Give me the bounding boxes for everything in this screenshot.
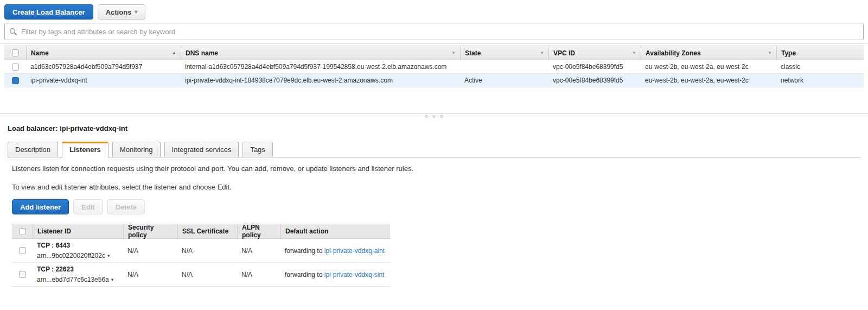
column-header-state[interactable]: State ▼ <box>460 46 548 60</box>
listener-alpn-policy: N/A <box>237 247 280 255</box>
default-action-prefix: forwarding to <box>285 271 322 279</box>
lb-type: network <box>776 77 864 84</box>
listener-table-header: Listener ID Security policy SSL Certific… <box>12 224 390 239</box>
listener-alpn-policy: N/A <box>237 271 280 279</box>
detail-panel: Load balancer: ipi-private-vddxq-int Des… <box>0 119 868 287</box>
arn-dropdown-icon[interactable]: ▾ <box>111 277 114 282</box>
load-balancer-table: Name ▲ DNS name ▼ State ▼ VPC ID ▼ Avail… <box>4 46 864 87</box>
detail-heading: Load balancer: ipi-private-vddxq-int <box>8 124 860 132</box>
table-row[interactable]: a1d63c057928a4d4ebf509a794d5f937 interna… <box>4 60 864 74</box>
lb-dns-name: internal-a1d63c057928a4d4ebf509a794d5f93… <box>181 63 460 71</box>
header-checkbox-cell <box>4 49 26 56</box>
lb-state: Active <box>460 77 548 84</box>
listener-row[interactable]: TCP : 22623 arn...ebd7d77c6c13e56a ▾ N/A… <box>12 263 390 287</box>
drag-dot-icon <box>425 115 428 118</box>
tab-description[interactable]: Description <box>8 142 58 157</box>
default-action-prefix: forwarding to <box>285 247 322 255</box>
listener-protocol-port: TCP : 6443 <box>37 242 119 249</box>
column-header-security-policy: Security policy <box>123 224 177 238</box>
listener-select-checkbox[interactable] <box>19 271 26 278</box>
tab-tags[interactable]: Tags <box>242 142 272 157</box>
listeners-description: Listeners listen for connection requests… <box>8 165 860 173</box>
target-group-link[interactable]: ipi-private-vddxq-sint <box>324 271 385 279</box>
listener-row[interactable]: TCP : 6443 arn...9bc0220020ff202c ▾ N/A … <box>12 239 390 263</box>
column-header-listener-id: Listener ID <box>33 224 123 238</box>
column-header-dns-name[interactable]: DNS name ▼ <box>181 46 460 60</box>
toolbar: Create Load Balancer Actions ▾ <box>0 0 868 23</box>
target-group-link[interactable]: ipi-private-vddxq-aint <box>324 247 385 255</box>
listener-security-policy: N/A <box>123 247 177 255</box>
panel-divider <box>0 113 868 119</box>
header-checkbox-cell <box>12 228 33 235</box>
lb-name: ipi-private-vddxq-int <box>26 77 181 84</box>
column-filter-icon[interactable]: ▼ <box>768 50 772 55</box>
create-load-balancer-button[interactable]: Create Load Balancer <box>4 4 93 20</box>
column-filter-icon[interactable]: ▼ <box>540 50 544 55</box>
listener-table: Listener ID Security policy SSL Certific… <box>12 224 390 287</box>
tab-bar: Description Listeners Monitoring Integra… <box>8 142 860 157</box>
column-header-ssl-certificate: SSL Certificate <box>177 224 237 238</box>
tab-listeners[interactable]: Listeners <box>62 142 108 157</box>
column-filter-icon[interactable]: ▼ <box>451 50 456 55</box>
select-all-checkbox[interactable] <box>12 49 19 56</box>
column-header-alpn-policy: ALPN policy <box>237 224 280 238</box>
caret-down-icon: ▾ <box>135 9 137 15</box>
lb-type: classic <box>776 63 864 71</box>
filter-bar <box>4 23 864 40</box>
listener-arn: arn...ebd7d77c6c13e56a <box>37 276 109 283</box>
table-row-selected[interactable]: ipi-private-vddxq-int ipi-private-vddxq-… <box>4 74 864 87</box>
lb-dns-name: ipi-private-vddxq-int-184938ce7079e9dc.e… <box>181 77 460 84</box>
row-select-checkbox[interactable] <box>12 77 19 84</box>
lb-vpc-id: vpc-00e5f84be68399fd5 <box>548 63 641 71</box>
tab-integrated-services[interactable]: Integrated services <box>164 142 239 157</box>
listener-ssl-certificate: N/A <box>177 271 237 279</box>
panel-resize-handle[interactable] <box>425 115 443 118</box>
filter-input[interactable] <box>21 28 859 36</box>
add-listener-button[interactable]: Add listener <box>12 199 69 214</box>
drag-dot-icon <box>433 115 436 118</box>
listener-security-policy: N/A <box>123 271 177 279</box>
listeners-hint: To view and edit listener attributes, se… <box>8 183 860 191</box>
arn-dropdown-icon[interactable]: ▾ <box>107 253 110 258</box>
lb-availability-zones: eu-west-2b, eu-west-2a, eu-west-2c <box>641 63 776 71</box>
lb-vpc-id: vpc-00e5f84be68399fd5 <box>548 77 641 84</box>
listener-actions: Add listener Edit Delete <box>8 199 860 214</box>
column-header-type[interactable]: Type <box>776 46 864 60</box>
load-balancer-table-header: Name ▲ DNS name ▼ State ▼ VPC ID ▼ Avail… <box>4 46 864 60</box>
column-header-name[interactable]: Name ▲ <box>26 46 181 60</box>
filter-bar-container <box>0 23 868 44</box>
listener-protocol-port: TCP : 22623 <box>37 265 119 273</box>
drag-dot-icon <box>441 115 443 118</box>
lb-name: a1d63c057928a4d4ebf509a794d5f937 <box>26 63 181 71</box>
row-select-checkbox[interactable] <box>12 64 19 71</box>
select-all-listeners-checkbox[interactable] <box>19 228 26 235</box>
listener-select-checkbox[interactable] <box>19 247 26 254</box>
actions-button-label: Actions <box>106 8 132 16</box>
column-filter-icon[interactable]: ▼ <box>632 50 636 55</box>
column-header-vpc-id[interactable]: VPC ID ▼ <box>548 46 641 60</box>
column-header-default-action: Default action <box>280 224 390 238</box>
column-header-availability-zones[interactable]: Availability Zones ▼ <box>641 46 776 60</box>
search-icon <box>9 28 17 36</box>
lb-availability-zones: eu-west-2b, eu-west-2a, eu-west-2c <box>641 77 776 84</box>
tab-monitoring[interactable]: Monitoring <box>112 142 161 157</box>
actions-button[interactable]: Actions ▾ <box>98 4 146 20</box>
edit-listener-button[interactable]: Edit <box>73 199 103 214</box>
sort-ascending-icon[interactable]: ▲ <box>172 50 176 55</box>
listener-ssl-certificate: N/A <box>177 247 237 255</box>
delete-listener-button[interactable]: Delete <box>107 199 145 214</box>
listener-arn: arn...9bc0220020ff202c <box>37 252 105 260</box>
